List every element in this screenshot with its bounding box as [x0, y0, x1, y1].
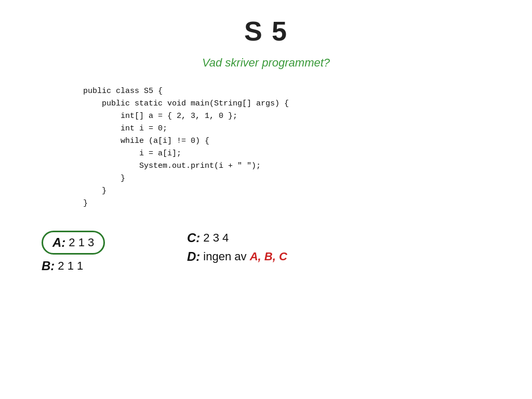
answer-a-value: 2 1 3 — [69, 236, 94, 249]
page-subtitle: Vad skriver programmet? — [31, 56, 501, 70]
answer-c-letter: C: — [187, 231, 200, 245]
code-block: public class S5 { public static void mai… — [83, 85, 501, 210]
answers-container: A: 2 1 3 B: 2 1 1 C: 2 3 4 D: ingen av A… — [42, 231, 501, 273]
code-line-4: int[] a = { 2, 3, 1, 0 }; — [83, 110, 501, 123]
answer-b-letter: B: — [42, 259, 55, 273]
answer-b-row: B: 2 1 1 — [42, 259, 187, 273]
answers-right: C: 2 3 4 D: ingen av A, B, C — [187, 231, 353, 264]
code-line-8: System.out.print(i + " "); — [83, 160, 501, 172]
code-line-3: public static void main(String[] args) { — [83, 98, 501, 110]
code-line-6: while (a[i] != 0) { — [83, 135, 501, 148]
answer-a-row: A: 2 1 3 — [42, 231, 187, 255]
code-line-9: } — [83, 172, 501, 185]
answer-c-row: C: 2 3 4 — [187, 231, 353, 245]
answer-b-value: 2 1 1 — [58, 259, 83, 273]
code-line-7: i = a[i]; — [83, 148, 501, 160]
answer-d-italic-c: C — [279, 250, 287, 263]
answer-d-row: D: ingen av A, B, C — [187, 249, 353, 264]
page-container: S 5 Vad skriver programmet? public class… — [0, 0, 532, 399]
code-line-1: public class S5 { — [83, 85, 501, 98]
answer-c-value: 2 3 4 — [203, 231, 229, 245]
answer-a-box: A: 2 1 3 — [42, 231, 105, 255]
answer-d-text: ingen av A, B, C — [203, 250, 287, 263]
answer-a-letter: A: — [52, 235, 65, 250]
answer-d-italic-a: A, — [250, 250, 261, 263]
answer-d-letter: D: — [187, 249, 200, 264]
answer-d-italic-b: B, — [264, 250, 276, 263]
code-line-12: } — [83, 197, 501, 210]
answers-left: A: 2 1 3 B: 2 1 1 — [42, 231, 187, 273]
page-title: S 5 — [31, 16, 501, 47]
code-line-5: int i = 0; — [83, 123, 501, 135]
code-line-10: } — [83, 185, 501, 197]
